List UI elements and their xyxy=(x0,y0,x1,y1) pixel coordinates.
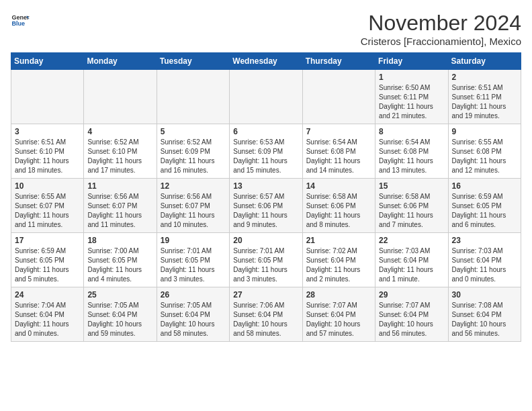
calendar-cell: 28Sunrise: 7:07 AM Sunset: 6:04 PM Dayli… xyxy=(302,287,375,342)
day-number: 19 xyxy=(161,236,226,245)
day-info: Sunrise: 7:07 AM Sunset: 6:04 PM Dayligh… xyxy=(306,301,371,338)
day-number: 4 xyxy=(87,127,152,136)
location-title: Cristeros [Fraccionamiento], Mexico xyxy=(361,36,521,47)
day-info: Sunrise: 6:58 AM Sunset: 6:06 PM Dayligh… xyxy=(379,192,444,230)
day-info: Sunrise: 6:55 AM Sunset: 6:07 PM Dayligh… xyxy=(15,192,80,230)
day-info: Sunrise: 6:58 AM Sunset: 6:06 PM Dayligh… xyxy=(306,192,371,230)
day-info: Sunrise: 6:57 AM Sunset: 6:06 PM Dayligh… xyxy=(233,192,298,230)
day-number: 26 xyxy=(161,290,226,300)
day-info: Sunrise: 7:03 AM Sunset: 6:04 PM Dayligh… xyxy=(452,246,517,284)
day-info: Sunrise: 6:51 AM Sunset: 6:10 PM Dayligh… xyxy=(15,138,80,175)
day-number: 20 xyxy=(233,236,298,245)
day-number: 1 xyxy=(379,73,444,82)
weekday-header-row: SundayMondayTuesdayWednesdayThursdayFrid… xyxy=(11,53,521,70)
day-info: Sunrise: 7:01 AM Sunset: 6:05 PM Dayligh… xyxy=(233,246,298,284)
logo-icon: General Blue xyxy=(11,11,30,30)
calendar-cell xyxy=(230,70,302,124)
calendar-cell: 22Sunrise: 7:03 AM Sunset: 6:04 PM Dayli… xyxy=(375,233,448,287)
day-info: Sunrise: 6:56 AM Sunset: 6:07 PM Dayligh… xyxy=(87,192,152,230)
calendar-cell: 13Sunrise: 6:57 AM Sunset: 6:06 PM Dayli… xyxy=(230,179,302,233)
calendar-cell: 9Sunrise: 6:55 AM Sunset: 6:08 PM Daylig… xyxy=(448,124,521,179)
calendar-cell: 21Sunrise: 7:02 AM Sunset: 6:04 PM Dayli… xyxy=(302,233,375,287)
day-info: Sunrise: 6:50 AM Sunset: 6:11 PM Dayligh… xyxy=(379,83,444,121)
day-number: 28 xyxy=(306,290,371,300)
day-info: Sunrise: 6:59 AM Sunset: 6:05 PM Dayligh… xyxy=(15,246,80,284)
calendar-cell: 25Sunrise: 7:05 AM Sunset: 6:04 PM Dayli… xyxy=(84,287,157,342)
day-number: 7 xyxy=(306,127,371,136)
calendar-cell: 3Sunrise: 6:51 AM Sunset: 6:10 PM Daylig… xyxy=(11,124,84,179)
calendar-cell: 18Sunrise: 7:00 AM Sunset: 6:05 PM Dayli… xyxy=(84,233,157,287)
calendar-cell: 5Sunrise: 6:52 AM Sunset: 6:09 PM Daylig… xyxy=(157,124,229,179)
day-info: Sunrise: 6:54 AM Sunset: 6:08 PM Dayligh… xyxy=(306,138,371,175)
weekday-header-saturday: Saturday xyxy=(448,53,521,70)
weekday-header-sunday: Sunday xyxy=(11,53,84,70)
calendar-cell: 14Sunrise: 6:58 AM Sunset: 6:06 PM Dayli… xyxy=(302,179,375,233)
day-number: 6 xyxy=(233,127,298,136)
weekday-header-thursday: Thursday xyxy=(302,53,375,70)
week-row-4: 17Sunrise: 6:59 AM Sunset: 6:05 PM Dayli… xyxy=(11,233,521,287)
calendar-cell: 26Sunrise: 7:05 AM Sunset: 6:04 PM Dayli… xyxy=(157,287,229,342)
day-number: 22 xyxy=(379,236,444,245)
weekday-header-tuesday: Tuesday xyxy=(157,53,229,70)
calendar-cell: 17Sunrise: 6:59 AM Sunset: 6:05 PM Dayli… xyxy=(11,233,84,287)
day-info: Sunrise: 6:54 AM Sunset: 6:08 PM Dayligh… xyxy=(379,138,444,175)
day-info: Sunrise: 7:05 AM Sunset: 6:04 PM Dayligh… xyxy=(161,301,226,338)
day-number: 14 xyxy=(306,181,371,191)
calendar-cell: 29Sunrise: 7:07 AM Sunset: 6:04 PM Dayli… xyxy=(375,287,448,342)
day-number: 3 xyxy=(15,127,80,136)
day-number: 21 xyxy=(306,236,371,245)
day-info: Sunrise: 7:01 AM Sunset: 6:05 PM Dayligh… xyxy=(161,246,226,284)
calendar-cell: 1Sunrise: 6:50 AM Sunset: 6:11 PM Daylig… xyxy=(375,70,448,124)
calendar-cell: 6Sunrise: 6:53 AM Sunset: 6:09 PM Daylig… xyxy=(230,124,302,179)
day-number: 18 xyxy=(87,236,152,245)
weekday-header-wednesday: Wednesday xyxy=(230,53,302,70)
calendar-cell xyxy=(302,70,375,124)
day-info: Sunrise: 7:08 AM Sunset: 6:04 PM Dayligh… xyxy=(452,301,517,338)
day-number: 10 xyxy=(15,181,80,191)
svg-text:Blue: Blue xyxy=(11,20,25,27)
day-info: Sunrise: 7:07 AM Sunset: 6:04 PM Dayligh… xyxy=(379,301,444,338)
day-number: 24 xyxy=(15,290,80,300)
calendar-cell: 11Sunrise: 6:56 AM Sunset: 6:07 PM Dayli… xyxy=(84,179,157,233)
day-info: Sunrise: 6:51 AM Sunset: 6:11 PM Dayligh… xyxy=(452,83,517,121)
day-info: Sunrise: 7:05 AM Sunset: 6:04 PM Dayligh… xyxy=(87,301,152,338)
week-row-2: 3Sunrise: 6:51 AM Sunset: 6:10 PM Daylig… xyxy=(11,124,521,179)
day-number: 13 xyxy=(233,181,298,191)
day-info: Sunrise: 7:06 AM Sunset: 6:04 PM Dayligh… xyxy=(233,301,298,338)
day-info: Sunrise: 6:53 AM Sunset: 6:09 PM Dayligh… xyxy=(233,138,298,175)
day-info: Sunrise: 6:56 AM Sunset: 6:07 PM Dayligh… xyxy=(161,192,226,230)
calendar-cell: 19Sunrise: 7:01 AM Sunset: 6:05 PM Dayli… xyxy=(157,233,229,287)
calendar-table: SundayMondayTuesdayWednesdayThursdayFrid… xyxy=(11,52,521,342)
day-number: 2 xyxy=(452,73,517,82)
day-info: Sunrise: 6:55 AM Sunset: 6:08 PM Dayligh… xyxy=(452,138,517,175)
day-info: Sunrise: 7:03 AM Sunset: 6:04 PM Dayligh… xyxy=(379,246,444,284)
calendar-cell: 10Sunrise: 6:55 AM Sunset: 6:07 PM Dayli… xyxy=(11,179,84,233)
day-number: 16 xyxy=(452,181,517,191)
day-number: 17 xyxy=(15,236,80,245)
calendar-cell: 7Sunrise: 6:54 AM Sunset: 6:08 PM Daylig… xyxy=(302,124,375,179)
calendar-cell: 2Sunrise: 6:51 AM Sunset: 6:11 PM Daylig… xyxy=(448,70,521,124)
month-title: November 2024 xyxy=(361,11,521,36)
day-number: 27 xyxy=(233,290,298,300)
week-row-1: 1Sunrise: 6:50 AM Sunset: 6:11 PM Daylig… xyxy=(11,70,521,124)
day-number: 12 xyxy=(161,181,226,191)
day-number: 8 xyxy=(379,127,444,136)
calendar-cell: 23Sunrise: 7:03 AM Sunset: 6:04 PM Dayli… xyxy=(448,233,521,287)
week-row-3: 10Sunrise: 6:55 AM Sunset: 6:07 PM Dayli… xyxy=(11,179,521,233)
day-number: 23 xyxy=(452,236,517,245)
day-number: 11 xyxy=(87,181,152,191)
day-info: Sunrise: 7:04 AM Sunset: 6:04 PM Dayligh… xyxy=(15,301,80,338)
calendar-cell xyxy=(157,70,229,124)
weekday-header-monday: Monday xyxy=(84,53,157,70)
calendar-cell: 15Sunrise: 6:58 AM Sunset: 6:06 PM Dayli… xyxy=(375,179,448,233)
day-number: 25 xyxy=(87,290,152,300)
calendar-cell: 27Sunrise: 7:06 AM Sunset: 6:04 PM Dayli… xyxy=(230,287,302,342)
calendar-cell: 24Sunrise: 7:04 AM Sunset: 6:04 PM Dayli… xyxy=(11,287,84,342)
logo: General Blue xyxy=(11,11,30,30)
day-number: 30 xyxy=(452,290,517,300)
calendar-cell xyxy=(84,70,157,124)
day-info: Sunrise: 6:59 AM Sunset: 6:05 PM Dayligh… xyxy=(452,192,517,230)
calendar-cell xyxy=(11,70,84,124)
calendar-cell: 4Sunrise: 6:52 AM Sunset: 6:10 PM Daylig… xyxy=(84,124,157,179)
day-info: Sunrise: 7:02 AM Sunset: 6:04 PM Dayligh… xyxy=(306,246,371,284)
